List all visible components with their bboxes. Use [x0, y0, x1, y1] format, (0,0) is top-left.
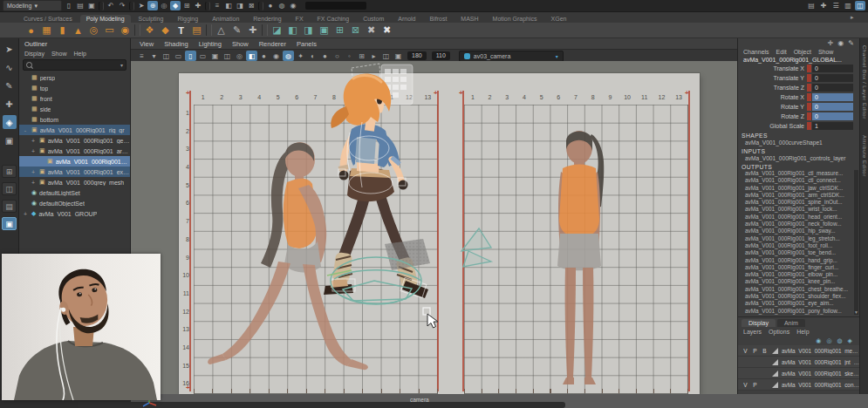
shelf-tab[interactable]: FX	[290, 15, 310, 23]
outliner-item[interactable]: + ▣ avMa_V001_000Rig001_architecture	[19, 146, 130, 156]
viewport-toolbar-icon[interactable]: ▭	[173, 51, 184, 61]
output-item[interactable]: avMa_V001_000Rig001_toe_bend...	[738, 249, 859, 256]
channel-value-field[interactable]: 0	[812, 103, 853, 111]
output-item[interactable]: avMa_V001_000Rig001_pony_follow...	[738, 308, 859, 315]
status-icon[interactable]: ≡	[212, 1, 222, 10]
viewport-toolbar-icon[interactable]: ◍	[283, 51, 294, 61]
outputs-scrollbar[interactable]: ▼	[854, 170, 858, 315]
sidebar-toggle-icon[interactable]: ▤	[806, 1, 817, 10]
status-icon[interactable]: ◧	[223, 1, 234, 10]
layer-editor-tab[interactable]: Display	[742, 319, 776, 327]
sidebar-toggle-icon[interactable]: ◫	[855, 1, 865, 10]
viewport-toolbar-icon[interactable]: ✦	[295, 51, 306, 61]
channel-value-field[interactable]: 0	[812, 65, 853, 72]
output-item[interactable]: avMa_V001_000Rig001_wrist_lock...	[738, 206, 859, 213]
channel-row[interactable]: Rotate X 0	[738, 92, 859, 102]
layer-editor-menu-item[interactable]: Layers	[743, 329, 762, 335]
outliner-search[interactable]: ▾	[23, 59, 126, 71]
sidebar-toggle-icon[interactable]: ☰	[830, 1, 841, 10]
tool-icon[interactable]: ◈	[3, 115, 17, 129]
shape-item[interactable]: avMa_V001_000curveShape1	[738, 139, 859, 146]
shelf-tool-icon[interactable]: ◎	[87, 24, 100, 37]
channel-row[interactable]: Translate Z 0	[738, 83, 859, 92]
tool-icon[interactable]: ▣	[3, 133, 17, 147]
viewport-toolbar-icon[interactable]: ◎	[234, 51, 245, 61]
layer-visibility-toggle[interactable]: V	[742, 348, 749, 354]
shelf-tool-icon[interactable]: ◧	[286, 24, 299, 37]
outliner-item[interactable]: ▦ front	[19, 93, 130, 104]
layout-preset-button[interactable]: ⊞	[2, 165, 17, 178]
search-input[interactable]	[35, 61, 118, 69]
input-item[interactable]: avMa_V001_000Rig001_controls_layer	[738, 154, 859, 162]
viewport-toolbar-icon[interactable]: ●	[319, 51, 331, 61]
output-item[interactable]: avMa_V001_000Rig001_chest_breathe...	[738, 286, 859, 293]
layer-playback-toggle[interactable]: P	[751, 382, 759, 388]
layout-preset-button[interactable]: ▣	[2, 217, 17, 230]
outliner-item[interactable]: + ▣ avMa_V001_000grey_mesh	[19, 177, 130, 187]
outliner-menu-item[interactable]: Help	[73, 51, 85, 57]
viewport-toolbar-icon[interactable]: ◉	[270, 51, 282, 61]
status-icon[interactable]	[99, 2, 104, 10]
shelf-tool-icon[interactable]: ⊞	[333, 24, 346, 37]
shelf-tab[interactable]: Curves / Surfaces	[17, 15, 79, 23]
channel-box-icon[interactable]: ◉	[837, 39, 844, 47]
layer-color-swatch[interactable]	[772, 359, 778, 365]
viewport-toolbar-icon[interactable]: ◫	[222, 51, 233, 61]
shelf-tool-icon[interactable]: ◉	[119, 24, 132, 37]
status-icon[interactable]: ⊠	[246, 1, 256, 10]
shelf-tool-icon[interactable]: ▣	[318, 24, 331, 37]
viewport-toolbar-icon[interactable]: ◫	[380, 51, 392, 61]
layer-editor-tab[interactable]: Anim	[777, 319, 805, 327]
control-triangles[interactable]	[456, 225, 498, 270]
viewport-toolbar-icon[interactable]: ○	[331, 51, 343, 61]
shelf-tab[interactable]: Custom	[357, 15, 390, 23]
viewport-menu-item[interactable]: View	[140, 40, 154, 48]
shelf-tab[interactable]: Animation	[206, 15, 245, 23]
shelf-tool-icon[interactable]: ▲	[72, 24, 85, 37]
layer-row[interactable]: avMa_V001_000Rig001_skel_layer	[738, 368, 859, 379]
viewport-toolbar-icon[interactable]: ▯	[185, 51, 196, 61]
viewport-field-2[interactable]: 110	[432, 51, 450, 60]
output-item[interactable]: avMa_V001_000Rig001_eye_aim...	[738, 300, 859, 307]
output-item[interactable]: avMa_V001_000Rig001_shoulder_flex...	[738, 293, 859, 300]
channel-row[interactable]: Translate X 0	[738, 64, 859, 73]
tool-icon[interactable]: ✎	[3, 78, 17, 92]
new-layer-icon[interactable]: ◍	[837, 337, 843, 344]
channel-value-field[interactable]: 0	[812, 112, 853, 120]
viewport-menu-item[interactable]: Lighting	[199, 40, 222, 48]
shelf-tab[interactable]: Arnold	[392, 15, 421, 23]
status-icon[interactable]: ⊕	[147, 1, 158, 10]
output-item[interactable]: avMa_V001_000Rig001_finger_curl...	[738, 264, 859, 271]
outliner-item[interactable]: - ▣ avMa_V001_000Rig001_rig_gr	[19, 125, 130, 135]
chevron-down-icon[interactable]: ▾	[120, 62, 123, 68]
channel-value-field[interactable]: 1	[812, 122, 853, 130]
output-item[interactable]: avMa_V001_000Rig001_ctl_connect...	[738, 177, 859, 184]
status-icon[interactable]: ✚	[193, 1, 203, 10]
workspace-dropdown[interactable]: Modeling ▾	[3, 0, 62, 11]
outliner-item[interactable]: ▦ side	[19, 104, 130, 114]
layer-visibility-toggle[interactable]: V	[742, 382, 749, 388]
expand-toggle[interactable]: +	[30, 169, 37, 175]
output-item[interactable]: avMa_V001_000Rig001_leg_stretch...	[738, 235, 859, 242]
channel-box-menu-item[interactable]: Object	[794, 49, 811, 55]
shelf-tool-icon[interactable]: T	[174, 24, 188, 37]
shelf-tool-icon[interactable]: ▤	[190, 24, 203, 37]
viewport-toolbar-icon[interactable]: ◐	[307, 51, 318, 61]
layer-row[interactable]: V P avMa_V001_000Rig001_controls_la	[738, 379, 859, 391]
viewport-toolbar-icon[interactable]: ▣	[393, 51, 404, 61]
outliner-item[interactable]: ▦ top	[19, 83, 130, 93]
status-icon[interactable]	[258, 2, 263, 10]
shelf-tool-icon[interactable]: ✖	[365, 24, 378, 37]
shelf-tool-icon[interactable]	[262, 24, 268, 36]
outliner-item[interactable]: ▣ avMa_V001_000Rig001_controls	[19, 156, 130, 167]
status-icon[interactable]: ↶	[106, 1, 116, 10]
viewport-toolbar-icon[interactable]: ▸	[368, 51, 379, 61]
output-item[interactable]: avMa_V001_000Rig001_knee_pin...	[738, 278, 859, 285]
layer-playback-toggle[interactable]: P	[751, 348, 759, 354]
viewport-toolbar-icon[interactable]: ◧	[246, 51, 257, 61]
panel-vertical-tab[interactable]: Channel Box / Layer Editor	[862, 45, 867, 119]
shelf-tab[interactable]: Bifrost	[424, 15, 454, 23]
viewport-canvas[interactable]: 12345678910111213 12345678910111213 1234…	[131, 61, 737, 394]
viewport-menu-item[interactable]: Show	[232, 40, 249, 48]
status-icon[interactable]: ◍	[277, 1, 287, 10]
